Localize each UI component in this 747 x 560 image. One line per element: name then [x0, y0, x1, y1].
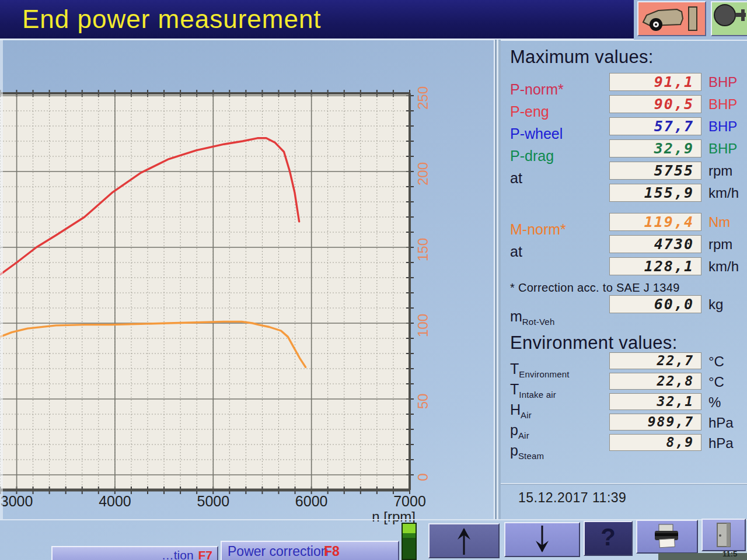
value-unit: Nm: [708, 214, 730, 230]
scroll-down-button[interactable]: [504, 522, 580, 557]
value-display-box: 90,5: [609, 95, 701, 113]
lcd-value: 57,7: [654, 119, 701, 134]
value-unit: %: [708, 394, 721, 411]
value-unit: °C: [708, 374, 724, 390]
lcd-value: 119,4: [644, 215, 701, 229]
svg-text:3000: 3000: [1, 493, 33, 509]
value-display-box: 22,8: [609, 373, 701, 390]
lcd-value: 32,9: [654, 141, 701, 156]
svg-text:4000: 4000: [99, 493, 131, 509]
value-unit: BHP: [708, 96, 737, 113]
value-row: 155,9km/h: [510, 184, 743, 206]
panel-divider: [494, 40, 501, 520]
svg-text:0: 0: [415, 473, 431, 481]
up-arrow-icon: [452, 526, 476, 556]
value-display-box: 32,9: [609, 139, 701, 158]
f7-function-button[interactable]: …tion F7: [51, 546, 218, 560]
value-display-box: 4730: [609, 235, 701, 253]
roller-set-button[interactable]: [711, 1, 747, 36]
value-row-label: mRot-Veh: [510, 308, 554, 327]
date-divider: [501, 483, 747, 484]
toolbar-top-edge: [0, 519, 747, 520]
value-row: HAir32,1%: [510, 393, 743, 414]
f7-label-fragment: …tion: [162, 548, 194, 560]
value-row: M-norm*119,4Nm: [510, 213, 743, 235]
value-unit: BHP: [708, 118, 737, 135]
value-display-box: 155,9: [609, 184, 701, 202]
correction-note: * Correction acc. to SAE J 1349: [510, 281, 680, 295]
f8-key-label: F8: [324, 544, 340, 559]
vehicle-dyno-icon: [638, 2, 705, 35]
scroll-up-button[interactable]: [428, 523, 500, 558]
value-row: 128,1km/h: [510, 257, 743, 279]
value-display-box: 32,1: [609, 393, 701, 410]
svg-text:250: 250: [415, 86, 431, 110]
value-display-box: 989,7: [609, 414, 701, 430]
lcd-value: 5755: [654, 163, 701, 178]
status-indicator-bar: [402, 523, 417, 560]
value-unit: °C: [708, 354, 724, 370]
svg-text:200: 200: [415, 162, 431, 186]
value-row: P-drag32,9BHP: [510, 139, 743, 162]
svg-text:7000: 7000: [393, 493, 426, 509]
measurement-datetime: 15.12.2017 11:39: [518, 490, 626, 506]
svg-text:6000: 6000: [295, 493, 328, 509]
value-unit: rpm: [708, 163, 732, 179]
lcd-value: 4730: [654, 237, 701, 251]
value-row: at4730rpm: [510, 235, 743, 257]
max-values-torque-rows: M-norm*119,4Nmat4730rpm128,1km/h: [510, 213, 743, 279]
value-display-box: 60,0: [609, 295, 701, 313]
dyno-chart: 30004000500060007000n [rpm]0501001502002…: [0, 83, 452, 526]
value-unit: hPa: [708, 415, 734, 431]
exit-button[interactable]: [701, 519, 746, 551]
svg-text:150: 150: [415, 238, 431, 261]
help-icon: ?: [601, 523, 616, 551]
vehicle-dyno-button[interactable]: [637, 1, 706, 36]
value-row-label: pSteam: [510, 442, 544, 461]
max-values-header: Maximum values:: [510, 47, 654, 68]
roller-icon: [712, 2, 746, 35]
power-correction-button[interactable]: Power correction F8: [221, 541, 399, 560]
lcd-value: 989,7: [648, 415, 701, 429]
results-panel: Maximum values: P-norm*91,1BHPP-eng90,5B…: [501, 40, 747, 520]
screen-bezel-edge: [0, 40, 3, 520]
value-row: mRot-Veh60,0kg: [510, 295, 743, 317]
value-row: TIntake air22,8°C: [510, 373, 743, 393]
value-display-box: 128,1: [609, 257, 701, 275]
value-display-box: 5755: [609, 162, 701, 180]
value-display-box: 91,1: [609, 73, 701, 91]
svg-text:5000: 5000: [197, 493, 229, 509]
lcd-value: 155,9: [644, 186, 701, 200]
print-button[interactable]: [636, 520, 698, 554]
lcd-value: 128,1: [644, 259, 701, 274]
value-row: pSteam8,9hPa: [510, 434, 743, 454]
mrot-veh-row: mRot-Veh60,0kg: [510, 295, 743, 318]
f8-label: Power correction: [228, 544, 329, 559]
value-unit: BHP: [708, 74, 737, 90]
page-title: End power measurement: [0, 5, 322, 34]
environment-rows: TEnvironment22,7°CTIntake air22,8°CHAir3…: [510, 352, 743, 454]
lcd-value: 22,8: [657, 374, 701, 388]
svg-text:50: 50: [415, 394, 431, 410]
value-display-box: 8,9: [609, 434, 701, 451]
lcd-value: 60,0: [654, 297, 701, 312]
exit-door-icon: [714, 522, 734, 548]
lcd-value: 91,1: [654, 75, 701, 89]
printer-icon: [652, 523, 682, 550]
value-row: P-norm*91,1BHP: [510, 73, 743, 95]
down-arrow-icon: [530, 524, 554, 555]
value-row: P-wheel57,7BHP: [510, 117, 743, 139]
value-row: pAir989,7hPa: [510, 414, 743, 434]
value-display-box: 22,7: [609, 352, 701, 369]
lcd-value: 90,5: [654, 97, 701, 111]
value-unit: rpm: [708, 236, 732, 253]
f7-key-label: F7: [198, 548, 212, 560]
value-unit: hPa: [708, 435, 734, 452]
help-button[interactable]: ?: [584, 521, 633, 556]
value-row: TEnvironment22,7°C: [510, 352, 743, 373]
value-row: at5755rpm: [510, 162, 743, 184]
title-bar: End power measurement: [0, 0, 634, 40]
lcd-value: 32,1: [657, 395, 701, 408]
max-values-power-rows: P-norm*91,1BHPP-eng90,5BHPP-wheel57,7BHP…: [510, 73, 743, 206]
lcd-value: 22,7: [657, 354, 701, 368]
